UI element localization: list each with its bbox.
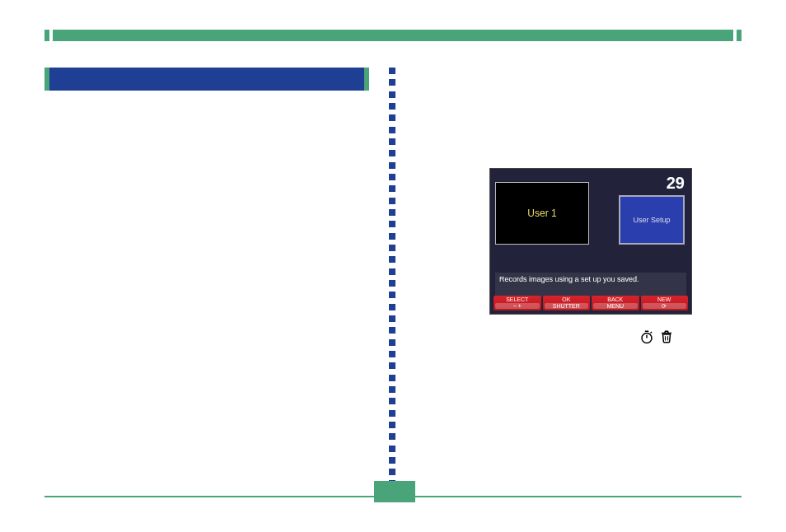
icons-row (639, 329, 674, 348)
lcd-button-top: NEW (641, 296, 689, 302)
divider-dot (389, 422, 395, 428)
divider-dot (389, 138, 395, 145)
divider-dot (389, 150, 395, 156)
user-setup-tile: User Setup (619, 195, 685, 245)
divider-dot (389, 79, 395, 86)
divider-dot (389, 304, 395, 310)
divider-dot (389, 375, 395, 381)
divider-dot (389, 327, 395, 334)
divider-dot (389, 68, 395, 74)
user-setup-label: User Setup (633, 216, 670, 224)
divider-dot (389, 114, 395, 121)
lcd-description: Records images using a set up you saved. (495, 273, 686, 297)
lcd-button-ok: OK SHUTTER (543, 296, 591, 310)
divider-dot (389, 280, 395, 287)
svg-line-3 (651, 332, 653, 334)
divider-dot (389, 398, 395, 404)
divider-dot (389, 339, 395, 346)
lcd-button-top: OK (543, 296, 591, 302)
divider-dot (389, 315, 395, 322)
divider-dot (389, 446, 395, 452)
divider-dot (389, 198, 395, 204)
divider-dot (389, 469, 395, 475)
divider-dot (389, 386, 395, 393)
divider-dot (389, 127, 395, 133)
divider-dot (389, 185, 395, 192)
page-number-box (374, 481, 415, 502)
divider-dot (389, 91, 395, 98)
user-preset-box: User 1 (495, 182, 589, 245)
camera-lcd-screenshot: User 1 29 User Setup Records images usin… (489, 168, 692, 315)
lcd-button-row: SELECT − + OK SHUTTER BACK MENU NEW ⟳ (494, 296, 688, 310)
top-bar-right-cap (737, 30, 742, 41)
vertical-divider (389, 68, 397, 488)
user-preset-label: User 1 (527, 208, 556, 219)
divider-dot (389, 233, 395, 240)
timer-icon (639, 329, 654, 348)
lcd-button-bottom: SHUTTER (545, 303, 589, 309)
header-cap-left (44, 68, 49, 91)
lcd-button-select: SELECT − + (494, 296, 541, 310)
page: User 1 29 User Setup Records images usin… (0, 0, 786, 532)
section-header (44, 68, 369, 91)
divider-dot (389, 457, 395, 464)
divider-dot (389, 410, 395, 417)
top-bar-left-cap (44, 30, 49, 41)
divider-dot (389, 292, 395, 298)
top-bar (44, 30, 742, 41)
divider-dot (389, 245, 395, 251)
divider-dot (389, 221, 395, 227)
trash-icon (659, 329, 674, 348)
header-cap-right (364, 68, 369, 91)
divider-dot (389, 433, 395, 440)
divider-dot (389, 103, 395, 110)
lcd-button-bottom: MENU (593, 303, 638, 309)
divider-dot (389, 162, 395, 169)
lcd-button-bottom: ⟳ (643, 303, 687, 309)
lcd-button-top: BACK (592, 296, 639, 302)
lcd-button-top: SELECT (494, 296, 541, 302)
divider-dot (389, 174, 395, 180)
lcd-button-bottom: − + (495, 303, 540, 309)
lcd-button-new: NEW ⟳ (641, 296, 689, 310)
divider-dot (389, 351, 395, 357)
divider-dot (389, 268, 395, 275)
divider-dot (389, 209, 395, 216)
shots-counter: 29 (667, 174, 685, 193)
top-bar-main (53, 30, 733, 41)
divider-dot (389, 256, 395, 263)
divider-dot (389, 362, 395, 369)
lcd-button-back: BACK MENU (592, 296, 639, 310)
lcd-top-area: User 1 29 User Setup (495, 174, 686, 269)
